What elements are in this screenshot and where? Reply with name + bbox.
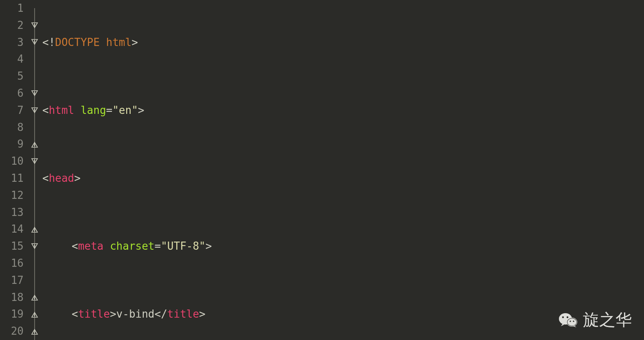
line-number: 3 (0, 34, 24, 51)
code-area[interactable]: <!DOCTYPE html> <html lang="en"> <head> … (42, 0, 644, 340)
punct: > (138, 102, 145, 119)
code-editor[interactable]: 1 2 3 4 5 6 7 8 9 10 11 12 13 14 15 16 1… (0, 0, 644, 340)
line-number: 19 (0, 306, 24, 323)
punct: < (72, 306, 78, 323)
line-number: 4 (0, 51, 24, 68)
line-number: 6 (0, 85, 24, 102)
fold-none (28, 51, 42, 68)
tag-name: title (78, 306, 110, 323)
svg-rect-3 (34, 109, 35, 111)
attr-value: "UTF-8" (161, 238, 206, 255)
punct: > (74, 170, 81, 187)
line-number: 8 (0, 119, 24, 136)
line-number: 14 (0, 221, 24, 238)
punct: > (131, 34, 138, 51)
fold-none (28, 170, 42, 187)
punct: > (110, 306, 116, 323)
svg-point-18 (573, 320, 574, 322)
svg-point-15 (562, 316, 564, 318)
fold-none (28, 204, 42, 221)
line-number: 9 (0, 136, 24, 153)
fold-close-icon[interactable] (28, 323, 42, 340)
doctype-keyword: DOCTYPE (55, 34, 106, 51)
fold-close-icon[interactable] (28, 306, 42, 323)
code-line[interactable]: <title>v-bind</title> (42, 306, 644, 323)
punct: = (155, 238, 161, 255)
fold-gutter (28, 0, 42, 340)
svg-rect-1 (34, 40, 35, 43)
watermark: 旋之华 (559, 312, 632, 329)
punct: < (72, 238, 78, 255)
svg-rect-8 (34, 296, 35, 299)
svg-rect-0 (34, 24, 35, 26)
line-number: 5 (0, 68, 24, 85)
fold-open-icon[interactable] (28, 34, 42, 51)
line-number: 17 (0, 272, 24, 289)
attr-name: lang (81, 102, 106, 119)
fold-close-icon[interactable] (28, 136, 42, 153)
svg-rect-5 (34, 159, 35, 162)
punct: = (106, 102, 113, 119)
line-number: 18 (0, 289, 24, 306)
tag-name: meta (78, 238, 110, 255)
wechat-icon (559, 312, 578, 328)
code-line[interactable]: <html lang="en"> (42, 102, 644, 119)
svg-point-17 (570, 320, 571, 322)
doctype-value: html (106, 34, 132, 51)
line-number: 2 (0, 17, 24, 34)
line-number: 20 (0, 323, 24, 340)
svg-point-14 (567, 318, 576, 326)
punct: < (42, 170, 49, 187)
line-number: 1 (0, 0, 24, 17)
watermark-text: 旋之华 (583, 312, 632, 329)
svg-rect-7 (34, 244, 35, 247)
fold-none (28, 187, 42, 204)
punct: > (199, 306, 206, 323)
fold-none (28, 119, 42, 136)
fold-open-icon[interactable] (28, 85, 42, 102)
fold-open-icon[interactable] (28, 238, 42, 255)
tag-name: title (167, 306, 199, 323)
punct: </ (155, 306, 167, 323)
svg-rect-2 (34, 92, 35, 94)
punct: <! (42, 34, 55, 51)
fold-open-icon[interactable] (28, 17, 42, 34)
attr-name: charset (110, 238, 155, 255)
line-number: 11 (0, 170, 24, 187)
fold-close-icon[interactable] (28, 289, 42, 306)
line-number: 7 (0, 102, 24, 119)
fold-none (28, 0, 42, 17)
fold-close-icon[interactable] (28, 221, 42, 238)
fold-none (28, 272, 42, 289)
svg-rect-6 (34, 229, 35, 231)
punct: > (206, 238, 212, 255)
line-number: 13 (0, 204, 24, 221)
code-line[interactable]: <!DOCTYPE html> (42, 34, 644, 51)
fold-open-icon[interactable] (28, 102, 42, 119)
line-number: 12 (0, 187, 24, 204)
code-line[interactable]: <meta charset="UTF-8"> (42, 238, 644, 255)
fold-none (28, 255, 42, 272)
tag-name: html (49, 102, 81, 119)
attr-value: "en" (112, 102, 138, 119)
tag-name: head (49, 170, 74, 187)
svg-point-16 (567, 316, 568, 318)
svg-rect-4 (34, 144, 35, 146)
fold-none (28, 68, 42, 85)
line-number-gutter: 1 2 3 4 5 6 7 8 9 10 11 12 13 14 15 16 1… (0, 0, 28, 340)
svg-rect-10 (34, 331, 35, 333)
fold-open-icon[interactable] (28, 153, 42, 170)
line-number: 15 (0, 238, 24, 255)
svg-rect-9 (34, 314, 35, 316)
line-number: 10 (0, 153, 24, 170)
punct: < (42, 102, 49, 119)
text-content: v-bind (116, 306, 155, 323)
line-number: 16 (0, 255, 24, 272)
code-line[interactable]: <head> (42, 170, 644, 187)
